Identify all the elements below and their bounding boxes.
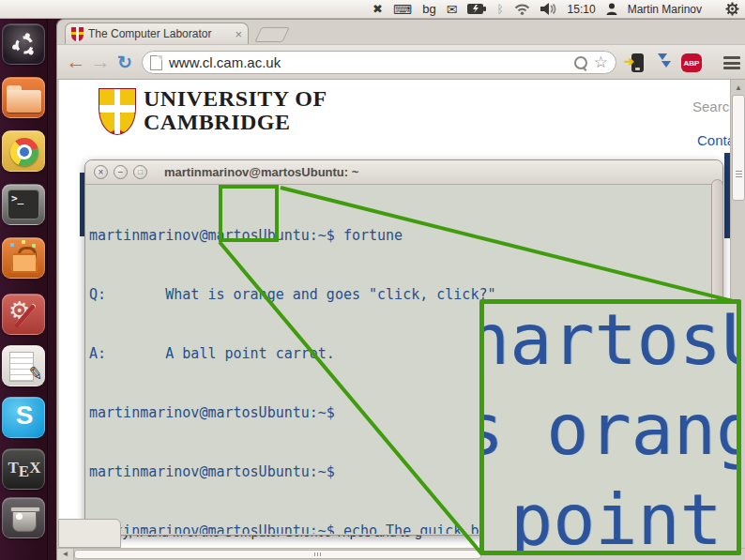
tex-logo: TEX [3, 459, 45, 477]
session-gear-icon[interactable] [725, 2, 739, 17]
magnified-text-line: nartosU [479, 299, 741, 381]
username[interactable]: Martin Marinov [628, 3, 702, 16]
bluetooth-icon[interactable]: ᛒ [496, 2, 503, 17]
zoom-source-rect [219, 185, 279, 242]
contact-link[interactable]: Contact [697, 132, 730, 148]
scrollbar-up-button[interactable]: ▲ [731, 82, 745, 95]
extension-buttons: ABP [631, 52, 740, 74]
skype-icon: S [3, 401, 45, 431]
page-icon [150, 55, 162, 70]
battery-icon[interactable] [467, 2, 486, 17]
terminal-line: martinmarinov@martosUbuntu:~$ fortune [89, 226, 722, 246]
zoom-magnified-box: nartosU s orang point [479, 299, 741, 555]
user-icon[interactable] [606, 2, 617, 17]
adblock-extension-icon[interactable]: ABP [681, 53, 702, 72]
tab-favicon-crest [71, 27, 84, 41]
forward-button[interactable]: → [89, 50, 112, 74]
volume-icon[interactable] [540, 2, 557, 17]
terminal-title: martinmarinov@martosUbuntu: ~ [164, 165, 358, 179]
terminal-icon: >_ [8, 189, 39, 219]
launcher-item-chromium[interactable] [2, 130, 45, 172]
bookmark-star-icon[interactable]: ☆ [594, 53, 608, 72]
reload-button[interactable]: ↻ [114, 50, 136, 74]
top-panel: ✖ ⌨ bg ✉ ᛒ 15:10 [0, 0, 745, 19]
browser-toolbar: ← → ↻ www.cl.cam.ac.uk ☆ ABP [57, 44, 745, 80]
terminal-minimize-button[interactable]: − [114, 165, 128, 179]
launcher-item-skype[interactable]: S [2, 397, 45, 438]
ubuntu-logo-icon [3, 24, 45, 65]
magnified-text-line: s orang [479, 388, 741, 471]
pencil-icon: ✎ [27, 362, 45, 386]
desktop: ✖ ⌨ bg ✉ ᛒ 15:10 [0, 0, 745, 560]
tab-title: The Computer Laborator [88, 27, 230, 40]
url-text[interactable]: www.cl.cam.ac.uk [169, 54, 568, 70]
terminal-close-button[interactable]: × [94, 165, 108, 179]
h-scrollbar-left-button[interactable]: ◄ [57, 549, 74, 560]
chrome-icon [10, 138, 38, 166]
phone-extension-icon[interactable] [631, 53, 644, 72]
launcher-item-text-editor[interactable]: ✎ [2, 345, 45, 386]
university-wordmark: UNIVERSITY OF CAMBRIDGE [144, 87, 327, 134]
indicator-flower-icon[interactable]: ✖ [372, 2, 383, 17]
magnified-text-line: point [510, 478, 722, 555]
keyboard-layout-icon[interactable]: ⌨ [393, 2, 412, 17]
cambridge-crest-logo [99, 89, 135, 134]
new-tab-button[interactable] [254, 27, 289, 42]
launcher: >_ ⚙ ✎ S TEX [0, 19, 48, 560]
launcher-item-system-settings[interactable]: ⚙ [2, 294, 45, 335]
launcher-item-dash-home[interactable] [2, 23, 45, 65]
clock[interactable]: 15:10 [568, 3, 596, 16]
wifi-icon[interactable] [514, 2, 530, 17]
omnibox[interactable]: www.cl.cam.ac.uk ☆ [142, 51, 616, 74]
shopping-bag-icon [11, 253, 38, 273]
keyboard-layout-label[interactable]: bg [422, 2, 435, 16]
launcher-item-terminal[interactable]: >_ [2, 184, 45, 225]
search-link[interactable]: Search [692, 98, 730, 114]
terminal-maximize-button[interactable]: □ [133, 165, 147, 179]
status-bubble [58, 519, 121, 548]
tab-close-button[interactable]: × [235, 28, 242, 40]
wordmark-line2: CAMBRIDGE [144, 111, 327, 134]
h-scrollbar-thumb[interactable] [74, 550, 481, 559]
downloads-extension-icon[interactable] [654, 53, 671, 72]
launcher-item-trash[interactable] [2, 497, 45, 538]
v-scrollbar-thumb[interactable] [732, 95, 745, 201]
wordmark-line1: UNIVERSITY OF [144, 87, 327, 111]
zoom-indicator-icon[interactable] [574, 56, 587, 69]
terminal-titlebar[interactable]: × − □ martinmarinov@martosUbuntu: ~ [85, 160, 722, 185]
back-button[interactable]: ← [65, 50, 87, 74]
launcher-item-files[interactable] [2, 77, 45, 118]
launcher-item-tex[interactable]: TEX [2, 448, 45, 490]
launcher-item-software-center[interactable] [2, 237, 45, 279]
browser-tab[interactable]: The Computer Laborator × [65, 23, 249, 44]
mail-icon[interactable]: ✉ [447, 2, 458, 17]
trash-icon [12, 509, 37, 532]
menu-button[interactable] [723, 56, 740, 69]
